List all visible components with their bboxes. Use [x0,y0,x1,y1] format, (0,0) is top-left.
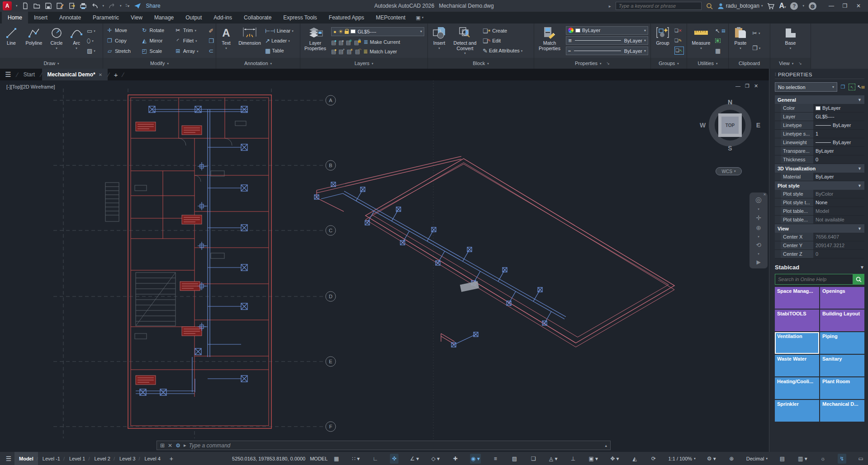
tab-mepcontent[interactable]: MEPcontent [370,12,411,23]
command-close-icon[interactable]: ✕ [168,442,172,449]
prop-row-center-y[interactable]: Center Y209147.3212 [775,241,864,250]
stabicad-ventilation[interactable]: Ventilation [775,332,819,354]
qat-customize-icon[interactable]: ⸚▾ [126,3,130,9]
panel-label-view[interactable]: View▾↘ [770,58,811,69]
prop-row-plot-table-type[interactable]: Plot table...Not available [775,216,864,224]
isolate-objects-icon[interactable]: ☼ [819,454,827,464]
prop-row-lineweight[interactable]: LineweightByLayer [775,138,864,147]
quick-select-icon[interactable]: ↖▤ [715,27,725,35]
viewport-restore-icon[interactable]: ❐ [745,83,749,89]
isodraft-icon[interactable]: ◇ ▾ [430,454,441,464]
model-space-viewport[interactable]: A B C D E F [0,80,769,452]
prop-row-transparency[interactable]: Transpare...ByLayer [775,147,864,155]
stabicad-sprinkler[interactable]: Sprinkler [775,400,819,422]
object-color-dropdown[interactable]: ByLayer ▾ [566,26,648,35]
layer-match-icon[interactable]: ▤↗ [338,48,345,54]
layer-unisolate-icon[interactable]: ▤● [338,39,344,45]
section-view[interactable]: View▼ [775,224,864,233]
restore-button[interactable]: ❐ [838,3,852,9]
viewcube-east[interactable]: E [756,122,760,129]
command-customize-icon[interactable]: ⚙ [175,442,180,449]
open-file-icon[interactable] [33,2,41,9]
status-menu-icon[interactable]: ☰ [3,452,14,465]
match-properties-button[interactable]: Match Properties [536,24,564,57]
rotate-button[interactable]: ↻Rotate [140,25,172,36]
linetype-dropdown[interactable]: ┅ ByLayer ▾ [566,47,648,55]
feedback-icon[interactable]: ◍ [809,2,816,10]
model-space-indicator[interactable]: MODEL [310,456,327,461]
properties-palette-header[interactable]: ⁞⁞ PROPERTIES [775,70,864,79]
lock-ui-icon[interactable]: ▥ ▾ [797,454,808,464]
wcs-dropdown[interactable]: WCS▾ [716,167,742,175]
rectangle-tool-icon[interactable]: ▭ ▾ [87,27,95,35]
file-tab-mechanical-demo[interactable]: Mechanical Demo*✕ [42,69,108,80]
help-icon[interactable]: ? [790,2,798,10]
stabicad-building-layout[interactable]: Building Layout [820,310,864,331]
selection-filtering-icon[interactable]: ▣ ▾ [588,454,599,464]
dimension-button[interactable]: Dimension [236,24,264,57]
share-icon[interactable] [134,3,141,9]
polar-tracking-icon[interactable]: ∠ ▾ [409,454,420,464]
viewcube[interactable]: TOP N S W E [706,101,754,149]
toggle-pickadd-icon[interactable]: ❐ [840,84,846,90]
copy-clip-icon[interactable]: ❐▾ [752,44,760,52]
autoscale-icon[interactable]: ⟳ [650,454,658,464]
tab-home[interactable]: Home [2,12,28,23]
layout-tab-level-minus-1[interactable]: Level -1 [38,452,65,465]
layer-unlock-tool-icon[interactable]: ▤◠ [355,48,361,54]
section-general[interactable]: General▼ [775,95,864,104]
copy-button[interactable]: ❐Copy [105,36,139,46]
transmit-icon[interactable] [68,2,76,9]
tab-parametric[interactable]: Parametric [87,12,125,23]
layout-tab-level-1[interactable]: Level 1 [65,452,90,465]
tab-view[interactable]: View [125,12,148,23]
redo-caret-icon[interactable]: ▾ [120,4,122,8]
mirror-button[interactable]: ◭Mirror [140,36,172,46]
view-panel-launcher-icon[interactable]: ↘ [798,61,802,66]
orbit-caret-icon[interactable]: ▾ [758,252,759,255]
layer-thaw-all-icon[interactable]: ▤☀ [346,48,353,54]
polyline-button[interactable]: Polyline [22,24,46,57]
line-button[interactable]: Line [1,24,21,57]
lineweight-dropdown[interactable]: ≣ ByLayer ▾ [566,36,648,45]
prop-row-plot-style-table[interactable]: Plot style t...None [775,198,864,207]
quick-calculator-icon[interactable]: ▦ [715,47,725,55]
edit-block-button[interactable]: ❏✎Edit [483,37,501,45]
help-search-input[interactable] [619,3,698,9]
prop-row-linetype[interactable]: LinetypeByLayer [775,121,864,130]
stabicad-stabitools[interactable]: StabiTOOLS [775,310,819,331]
tab-insert[interactable]: Insert [28,12,53,23]
autocad-menu-button[interactable]: A [3,1,12,10]
panel-label-annotation[interactable]: Annotation▾ [216,58,300,69]
save-icon[interactable] [45,2,52,9]
layout-tab-level-4[interactable]: Level 4 [140,452,165,465]
panel-label-utilities[interactable]: Utilities▾ [687,58,728,69]
stabicad-piping[interactable]: Piping [820,332,864,354]
stabicad-search-input[interactable] [775,274,853,285]
base-button[interactable]: Base ▾ [779,24,802,57]
stabicad-plant-room[interactable]: Plant Room [820,377,864,399]
navigation-bar[interactable]: ✕ ◎ ▾ ✛ ⊕ ▾ ⟲ ▾ ▶ [749,193,768,268]
new-layout-button[interactable]: + [165,455,178,462]
app-store-cart-icon[interactable] [767,3,774,9]
properties-panel-launcher-icon[interactable]: ↘ [607,61,610,66]
layer-freeze-icon[interactable]: ▤❄ [346,39,352,45]
layer-properties-button[interactable]: Layer Properties [302,24,329,57]
viewport-close-icon[interactable]: ✕ [754,83,758,89]
orbit-icon[interactable]: ⟲ [756,242,761,248]
annotation-monitor-icon[interactable]: ⊕ [727,454,736,464]
undo-icon[interactable] [91,3,99,9]
section-3d-visualization[interactable]: 3D Visualization▼ [775,164,864,173]
panel-label-block[interactable]: Block▾ [428,58,534,69]
detect-convert-button[interactable]: Detect and Convert ▾ [450,24,480,57]
tab-manage[interactable]: Manage [148,12,180,23]
panel-label-modify[interactable]: Modify▾ [103,58,216,69]
tab-collaborate[interactable]: Collaborate [238,12,277,23]
search-expand-icon[interactable]: ▸ [609,4,611,9]
prop-row-center-x[interactable]: Center X7656.6407 [775,233,864,241]
viewcube-south[interactable]: S [728,145,732,152]
grid-icon[interactable]: ▦ [332,454,341,464]
move-button[interactable]: ✛Move [105,25,139,36]
match-layer-button[interactable]: Match Layer [370,49,397,54]
stabicad-waste-water[interactable]: Waste Water [775,355,819,376]
